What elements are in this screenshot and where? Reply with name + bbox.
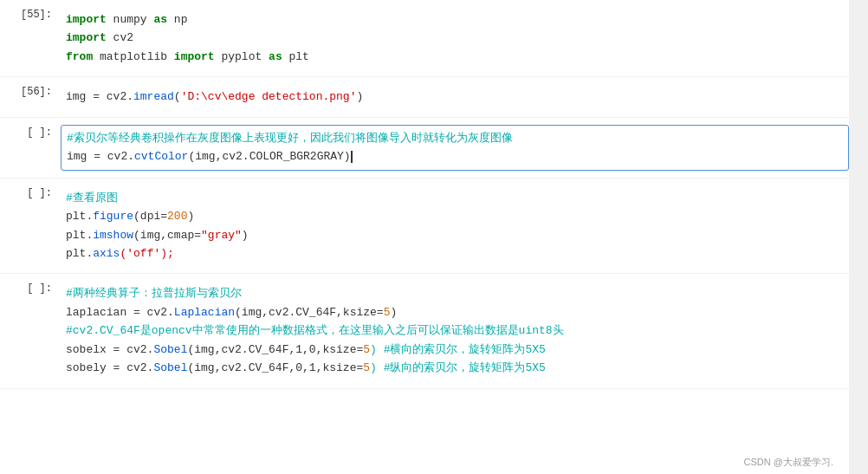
code-token-fn: imread <box>133 90 174 103</box>
code-token-comment: #两种经典算子：拉普拉斯与索贝尔 <box>66 287 242 300</box>
code-line: laplacian = cv2.Laplacian(img,cv2.CV_64F… <box>66 303 844 321</box>
code-token-var: (img,cv2.CV_64F,0,1,ksize= <box>187 361 363 374</box>
code-token-var: plt. <box>66 210 93 223</box>
code-token-var: sobelx = cv2. <box>66 343 153 356</box>
code-token-var: matplotlib <box>93 50 174 63</box>
code-line: plt.figure(dpi=200) <box>66 207 844 225</box>
cell-content[interactable]: #查看原图plt.figure(dpi=200)plt.imshow(img,c… <box>61 185 849 267</box>
text-cursor <box>351 151 353 163</box>
code-line: from matplotlib import pyplot as plt <box>66 48 844 66</box>
code-token-kw: import <box>66 31 107 44</box>
code-token-comment: ) #横向的索贝尔，旋转矩阵为5X5 <box>370 343 546 356</box>
cell-content[interactable]: img = cv2.imread('D:\cv\edge detection.p… <box>61 84 849 109</box>
code-token-var: plt <box>282 50 309 63</box>
code-token-var: img = cv2. <box>67 150 134 163</box>
cell-cell-55[interactable]: [55]:import numpy as npimport cv2from ma… <box>0 0 849 77</box>
code-token-var: plt. <box>66 247 93 260</box>
code-token-comment: #查看原图 <box>66 192 118 205</box>
code-token-kw: import <box>66 13 107 26</box>
code-token-var: plt. <box>66 229 93 242</box>
code-line: img = cv2.cvtColor(img,cv2.COLOR_BGR2GRA… <box>67 147 843 166</box>
code-token-var: np <box>167 13 187 26</box>
code-token-var: ) <box>242 229 249 242</box>
code-token-kw: from <box>66 50 93 63</box>
code-token-num: 5 <box>363 361 370 374</box>
code-token-fn: figure <box>93 210 133 223</box>
cell-number: [ ]: <box>0 281 61 295</box>
cell-cell-active1[interactable]: [ ]:#索贝尔等经典卷积操作在灰度图像上表现更好，因此我们将图像导入时就转化为… <box>0 118 849 179</box>
code-token-var: img = cv2. <box>66 90 133 103</box>
code-token-var: sobely = cv2. <box>66 361 153 374</box>
code-line: #两种经典算子：拉普拉斯与索贝尔 <box>66 284 844 302</box>
code-token-str: 'D:\cv\edge detection.png' <box>181 90 357 103</box>
code-line: plt.imshow(img,cmap="gray") <box>66 226 844 244</box>
code-token-fn: Sobel <box>153 361 187 374</box>
code-line: #索贝尔等经典卷积操作在灰度图像上表现更好，因此我们将图像导入时就转化为灰度图像 <box>67 129 843 147</box>
code-token-var: laplacian = cv2. <box>66 306 174 319</box>
code-token-var: (img,cv2.COLOR_BGR2GRAY) <box>188 150 350 163</box>
code-token-var: ( <box>174 90 181 103</box>
cell-number: [56]: <box>0 84 61 98</box>
cell-cell-laplacian[interactable]: [ ]:#两种经典算子：拉普拉斯与索贝尔laplacian = cv2.Lapl… <box>0 274 849 388</box>
code-line: sobelx = cv2.Sobel(img,cv2.CV_64F,1,0,ks… <box>66 341 844 359</box>
notebook[interactable]: [55]:import numpy as npimport cv2from ma… <box>0 0 849 474</box>
code-token-comment: #索贝尔等经典卷积操作在灰度图像上表现更好，因此我们将图像导入时就转化为灰度图像 <box>67 132 513 145</box>
cell-content[interactable]: #索贝尔等经典卷积操作在灰度图像上表现更好，因此我们将图像导入时就转化为灰度图像… <box>61 125 849 171</box>
code-token-fn: axis <box>93 247 120 260</box>
code-token-comment: ) #纵向的索贝尔，旋转矩阵为5X5 <box>370 361 546 374</box>
code-line: img = cv2.imread('D:\cv\edge detection.p… <box>66 88 844 106</box>
watermark: CSDN @大叔爱学习. <box>744 456 833 469</box>
code-token-kw: as <box>153 13 167 26</box>
code-token-fn: Laplacian <box>174 306 235 319</box>
code-token-var: ) <box>391 306 398 319</box>
code-token-var: numpy <box>107 13 154 26</box>
code-line: sobely = cv2.Sobel(img,cv2.CV_64F,0,1,ks… <box>66 359 844 377</box>
cell-content[interactable]: #两种经典算子：拉普拉斯与索贝尔laplacian = cv2.Laplacia… <box>61 281 849 380</box>
cell-number: [ ]: <box>0 185 61 199</box>
code-token-fn: imshow <box>93 229 133 242</box>
code-token-str: "gray" <box>201 229 242 242</box>
code-line: import cv2 <box>66 29 844 47</box>
code-token-var: (dpi= <box>133 210 167 223</box>
code-token-str: ('off'); <box>120 247 173 260</box>
code-token-var: pyplot <box>215 50 269 63</box>
code-token-var: ) <box>356 90 363 103</box>
code-token-kw: as <box>269 50 282 63</box>
code-token-var: (img,cmap= <box>133 229 201 242</box>
code-token-kw: import <box>174 50 215 63</box>
code-token-fn: Sobel <box>153 343 187 356</box>
code-line: #查看原图 <box>66 189 844 207</box>
code-token-var: cv2 <box>107 31 133 44</box>
cell-content[interactable]: import numpy as npimport cv2from matplot… <box>61 7 849 69</box>
code-token-comment: #cv2.CV_64F是opencv中常常使用的一种数据格式，在这里输入之后可以… <box>66 324 564 337</box>
cell-number: [ ]: <box>0 125 61 139</box>
cell-cell-view[interactable]: [ ]:#查看原图plt.figure(dpi=200)plt.imshow(i… <box>0 179 849 275</box>
code-token-var: ) <box>187 210 194 223</box>
code-token-fn: cvtColor <box>134 150 188 163</box>
cell-cell-56[interactable]: [56]:img = cv2.imread('D:\cv\edge detect… <box>0 77 849 117</box>
code-line: #cv2.CV_64F是opencv中常常使用的一种数据格式，在这里输入之后可以… <box>66 321 844 340</box>
code-token-var: (img,cv2.CV_64F,1,0,ksize= <box>187 343 363 356</box>
code-token-var: (img,cv2.CV_64F,ksize= <box>235 306 384 319</box>
code-token-num: 200 <box>167 210 187 223</box>
cell-number: [55]: <box>0 7 61 21</box>
code-line: import numpy as np <box>66 10 844 29</box>
code-line: plt.axis('off'); <box>66 244 844 263</box>
code-token-num: 5 <box>363 343 370 356</box>
code-token-num: 5 <box>384 306 391 319</box>
